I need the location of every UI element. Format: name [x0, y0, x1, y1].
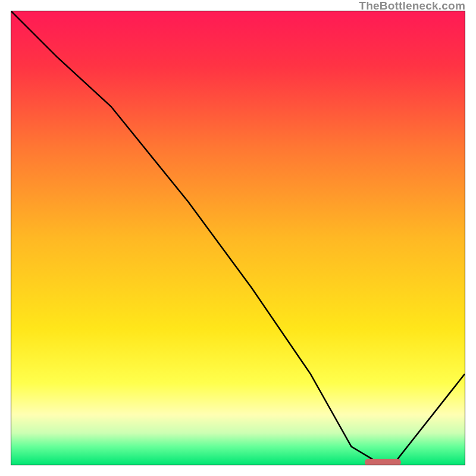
bottleneck-curve-line: [11, 11, 465, 460]
bottleneck-chart: TheBottleneck.com: [0, 0, 476, 476]
line-plot: [11, 11, 465, 465]
optimum-marker: [365, 459, 401, 465]
plot-area: [11, 11, 465, 465]
